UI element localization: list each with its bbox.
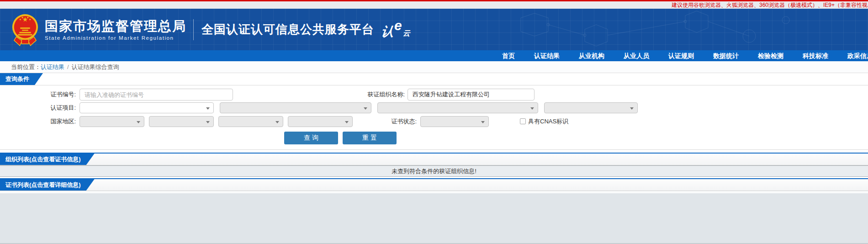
country-select-3[interactable] — [218, 116, 283, 127]
header-decor-pattern — [493, 9, 841, 50]
nav-item-tech-standards[interactable]: 科技标准 — [793, 50, 838, 61]
country-label: 国家地区: — [0, 116, 76, 127]
breadcrumb-link-cert-results[interactable]: 认证结果 — [41, 64, 64, 70]
logo-yun: 云 — [403, 29, 410, 38]
cert-project-label: 认证项目: — [0, 102, 76, 113]
org-title-block: 国家市场监督管理总局 State Administration for Mark… — [45, 19, 186, 41]
nav-item-inspection[interactable]: 检验检测 — [748, 50, 793, 61]
cert-status-label: 证书状态: — [361, 116, 417, 127]
chevron-down-icon — [364, 107, 367, 110]
query-conditions-bar: 查询条件 — [0, 73, 868, 85]
search-button[interactable]: 查 询 — [284, 132, 338, 144]
nav-menu: 首页认证结果从业机构从业人员认证规则数据统计检验检测科技标准政采信息 — [492, 50, 868, 61]
country-select-2[interactable] — [149, 116, 214, 127]
cert-project-select-2[interactable] — [220, 102, 371, 113]
chevron-down-icon — [481, 121, 485, 123]
country-select-4[interactable] — [288, 116, 353, 127]
cert-project-select-4[interactable] — [544, 102, 638, 113]
cert-no-input[interactable] — [79, 89, 233, 101]
cnas-label: 具有CNAS标识 — [528, 116, 568, 127]
org-name-en: State Administration for Market Regulati… — [45, 35, 186, 41]
org-list-empty-message: 未查到符合条件的获证组织信息! — [0, 165, 868, 177]
chevron-down-icon — [345, 121, 349, 123]
header-divider — [193, 19, 194, 40]
chevron-down-icon — [137, 121, 140, 123]
nav-item-procurement[interactable]: 政采信息 — [838, 50, 868, 61]
breadcrumb-current: 认证结果综合查询 — [72, 64, 119, 70]
cnas-checkbox[interactable] — [520, 118, 526, 124]
org-list-section-bar: 组织列表(点击查看证书信息) — [0, 153, 868, 165]
cert-list-section-bar: 证书列表(点击查看详细信息) — [0, 178, 868, 191]
ren-e-yun-logo-icon: 认 e 云 — [381, 20, 410, 40]
breadcrumb-prefix: 当前位置： — [11, 64, 41, 70]
chevron-down-icon — [275, 121, 279, 123]
breadcrumb-separator: / — [67, 64, 69, 70]
cert-project-select-1[interactable] — [79, 102, 214, 113]
chevron-down-icon — [206, 121, 210, 123]
cert-no-label: 证书编号: — [0, 89, 76, 101]
country-select-1[interactable] — [79, 116, 144, 127]
browser-notice: 建议使用谷歌浏览器、火狐浏览器、360浏览器（极速模式）、IE9+（非兼容性视 — [0, 1, 868, 9]
logo-e: e — [394, 19, 402, 32]
page: 建议使用谷歌浏览器、火狐浏览器、360浏览器（极速模式）、IE9+（非兼容性视 … — [0, 0, 868, 244]
chevron-down-icon — [630, 107, 634, 110]
breadcrumb: 当前位置：认证结果/认证结果综合查询 — [0, 61, 868, 73]
nav-item-home[interactable]: 首页 — [492, 50, 524, 61]
nav-item-agencies[interactable]: 从业机构 — [569, 50, 614, 61]
query-form: 证书编号: 获证组织名称: 认证项目: 国家地区: 证书状态: 具有CNAS标识… — [0, 85, 868, 150]
reset-button[interactable]: 重 置 — [343, 132, 397, 144]
nav-item-cert-rules[interactable]: 认证规则 — [659, 50, 704, 61]
cert-status-select[interactable] — [420, 116, 489, 127]
site-header: 国家市场监督管理总局 State Administration for Mark… — [0, 9, 868, 50]
org-name-input[interactable] — [408, 89, 535, 101]
query-conditions-tab: 查询条件 — [0, 73, 43, 85]
cert-project-select-3[interactable] — [377, 102, 538, 113]
org-name-cn: 国家市场监督管理总局 — [45, 19, 186, 33]
org-name-label: 获证组织名称: — [320, 89, 405, 101]
logo-ren: 认 — [381, 23, 395, 40]
platform-title: 全国认证认可信息公共服务平台 — [201, 21, 374, 37]
org-list-tab[interactable]: 组织列表(点击查看证书信息) — [0, 154, 95, 165]
cert-list-empty-area — [0, 193, 868, 244]
nav-item-cert-results[interactable]: 认证结果 — [524, 50, 569, 61]
nav-item-data-stats[interactable]: 数据统计 — [704, 50, 748, 61]
chevron-down-icon — [530, 107, 534, 110]
chevron-down-icon — [206, 107, 210, 110]
main-nav: 首页认证结果从业机构从业人员认证规则数据统计检验检测科技标准政采信息 — [0, 50, 868, 61]
nav-item-personnel[interactable]: 从业人员 — [614, 50, 659, 61]
cert-list-tab[interactable]: 证书列表(点击查看详细信息) — [0, 179, 95, 191]
china-national-emblem-icon — [11, 13, 39, 47]
